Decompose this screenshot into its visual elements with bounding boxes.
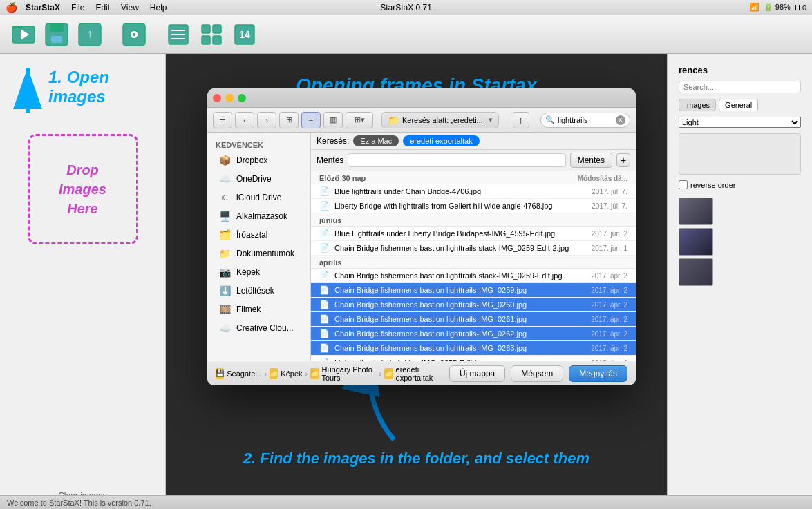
search-input[interactable]	[558, 116, 613, 124]
new-folder-button[interactable]: Új mappa	[449, 365, 505, 382]
search-clear-button[interactable]: ✕	[616, 115, 625, 125]
sidebar-label-creative: Creative Clou...	[236, 323, 294, 333]
export-button[interactable]: ↑	[75, 21, 105, 48]
folder-icon: 📁	[270, 368, 278, 379]
menu-help[interactable]: Help	[150, 3, 167, 12]
view-gallery-button[interactable]: ⊞▾	[346, 112, 373, 128]
filter-this-mac[interactable]: Ez a Mac	[353, 135, 399, 146]
rp-search-input[interactable]	[679, 81, 801, 93]
sidebar-toggle-button[interactable]: ☰	[213, 112, 232, 128]
sidebar-label-icloud: iCloud Drive	[236, 193, 281, 202]
apple-menu[interactable]: 🍎	[6, 2, 17, 13]
cancel-button[interactable]: Mégsem	[511, 365, 563, 382]
file-row-selected[interactable]: 📄 Chain Bridge fishermens bastion lightt…	[311, 298, 636, 312]
tab-images[interactable]: Images	[679, 99, 716, 111]
file-icon: 📄	[319, 343, 330, 353]
open-images-button[interactable]	[8, 21, 39, 48]
sidebar-label-downloads: Letöltések	[236, 286, 274, 296]
svg-rect-2	[12, 26, 22, 28]
sidebar-label-documents: Dokumentumok	[236, 249, 294, 258]
maximize-button[interactable]	[238, 94, 246, 102]
search-box[interactable]: 🔍 ✕	[540, 113, 630, 128]
filter-eredeti[interactable]: eredeti exportaltak	[403, 135, 480, 146]
sidebar-item-creative[interactable]: ☁️ Creative Clou...	[210, 319, 308, 337]
file-row[interactable]: 📄 Blue Lighttrails under Liberty Bridge …	[311, 227, 636, 241]
file-row[interactable]: 📄 Chain Bridge fishermens bastion lightt…	[311, 241, 636, 256]
sidebar-item-downloads[interactable]: ⬇️ Letöltések	[210, 282, 308, 300]
group-label-prev30: Előző 30 nap	[319, 174, 366, 182]
thumbnail	[679, 258, 713, 286]
sidebar-item-icloud[interactable]: iC iCloud Drive	[210, 189, 308, 207]
sidebar-item-onedrive[interactable]: ☁️ OneDrive	[210, 170, 308, 188]
breadcrumb-eredeti: eredeti exportaltak	[396, 365, 444, 382]
sidebar-section-label: Kedvencek	[207, 138, 310, 151]
drop-zone-text: DropImagesHere	[59, 160, 106, 218]
file-row-selected[interactable]: 📄 Chain Bridge fishermens bastion lightt…	[311, 327, 636, 341]
forward-button[interactable]: ›	[257, 112, 276, 128]
file-row[interactable]: 📄 Chain Bridge fishermens bastion lightt…	[311, 269, 636, 283]
clock: H 0	[795, 3, 806, 12]
search-label: Keresés:	[317, 136, 349, 146]
arrow-up-icon	[7, 61, 48, 116]
svg-rect-5	[51, 36, 62, 43]
search-icon: 🔍	[545, 115, 555, 124]
reverse-order-checkbox[interactable]	[679, 180, 688, 189]
save-label: Mentés	[317, 155, 343, 165]
view-list-button[interactable]: ≡	[301, 112, 321, 128]
file-date: 2017. jún. 1	[592, 244, 627, 252]
mode-select[interactable]: Light Comet Darken	[679, 117, 801, 128]
file-name: Chain Bridge fishermens bastion lighttra…	[334, 344, 587, 352]
creative-icon: ☁️	[218, 322, 231, 334]
file-row[interactable]: 📄 Liberty Bridge with lighttrails from G…	[311, 199, 636, 213]
sidebar-item-dropbox[interactable]: 📦 Dropbox	[210, 151, 308, 169]
toolbar: ↑	[0, 15, 812, 54]
menu-edit[interactable]: Edit	[95, 3, 110, 12]
file-row-selected[interactable]: 📄 Chain Bridge fishermens bastion lightt…	[311, 283, 636, 298]
save-button[interactable]	[41, 21, 72, 48]
group-header-aprilis: április	[311, 256, 636, 269]
view-columns-button[interactable]: ▥	[323, 112, 343, 128]
menu-view[interactable]: View	[121, 3, 139, 12]
file-date: 2017. jún. 2	[592, 230, 627, 238]
file-date: 2017. ápr. 2	[591, 301, 627, 309]
stacking-btn3[interactable]: 14	[229, 21, 260, 48]
sidebar-item-apps[interactable]: 🖥️ Alkalmazások	[210, 207, 308, 225]
menu-file[interactable]: File	[71, 3, 84, 12]
sidebar-item-desktop[interactable]: 🗂️ Íróasztal	[210, 226, 308, 244]
tab-general[interactable]: General	[719, 99, 758, 111]
save-row: Mentés Mentés +	[311, 150, 636, 171]
save-input[interactable]	[348, 153, 565, 167]
drop-zone[interactable]: DropImagesHere	[28, 134, 138, 244]
close-button[interactable]	[213, 94, 221, 102]
view-icon-button[interactable]: ⊞	[279, 112, 299, 128]
filter-bar: Keresés: Ez a Mac eredeti exportaltak	[311, 133, 636, 150]
statusbar: Welcome to StarStaX! This is version 0.7…	[0, 495, 812, 509]
sidebar-item-movies[interactable]: 🎞️ Filmek	[210, 300, 308, 318]
sidebar-item-pictures[interactable]: 📷 Képek	[210, 263, 308, 281]
file-row[interactable]: 📄 Blue lighttrails under Chain Bridge-47…	[311, 184, 636, 199]
stacking-btn1[interactable]	[163, 21, 193, 48]
save-button-dialog[interactable]: Mentés	[570, 153, 612, 168]
sort-label: Módosítás dá...	[578, 175, 627, 182]
app-name[interactable]: StarStaX	[26, 3, 60, 12]
folder-icon2: 📁	[310, 368, 319, 379]
minimize-button[interactable]	[225, 94, 234, 102]
left-panel: 1. Open images DropImagesHere Clear imag…	[0, 54, 166, 509]
file-row-selected[interactable]: 📄 Chain Bridge fishermens bastion lightt…	[311, 312, 636, 327]
canvas-area: Opening frames in Startax ☰ ‹ › ⊞ ≡ ▥	[166, 54, 667, 509]
file-icon: 📄	[319, 329, 330, 338]
open-button[interactable]: Megnyitás	[569, 365, 627, 382]
file-name: Liberty Bridge with lighttrails from Gel…	[334, 202, 587, 210]
file-row-selected[interactable]: 📄 Chain Bridge fishermens bastion lightt…	[311, 341, 636, 356]
sidebar-item-documents[interactable]: 📁 Dokumentumok	[210, 244, 308, 262]
back-button[interactable]: ‹	[235, 112, 254, 128]
stacking-btn2[interactable]	[196, 21, 227, 48]
file-row[interactable]: 📄 Lighttrails at chain bridge-IMG_0255-E…	[311, 356, 636, 361]
file-name: Chain Bridge fishermens bastion lighttra…	[334, 315, 587, 323]
settings-button[interactable]	[119, 21, 149, 48]
file-name: Chain Bridge fishermens bastion lighttra…	[334, 300, 587, 309]
upload-button[interactable]: ↑	[513, 112, 529, 128]
breadcrumb-sep: ›	[264, 369, 267, 378]
new-folder-icon[interactable]: +	[616, 153, 630, 167]
breadcrumb-kepek: Képek	[281, 369, 302, 378]
